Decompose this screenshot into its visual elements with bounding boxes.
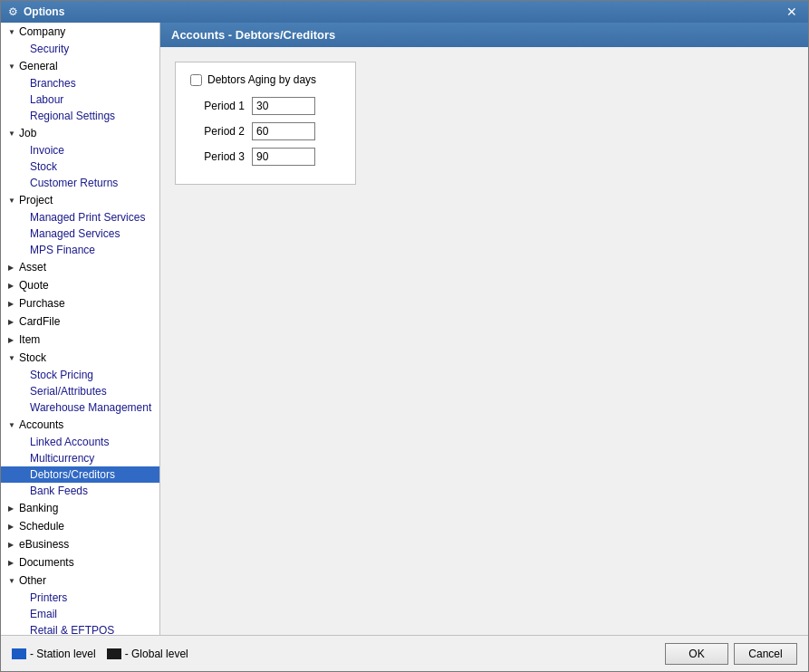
ebusiness-label: eBusiness	[19, 538, 69, 551]
title-bar-left: ⚙ Options	[8, 5, 64, 18]
sidebar-item-multicurrency[interactable]: Multicurrency	[1, 450, 159, 466]
global-level-legend: - Global level	[107, 648, 188, 660]
security-label: Security	[30, 43, 69, 55]
sidebar-item-invoice[interactable]: Invoice	[1, 142, 159, 158]
debtors-aging-checkbox[interactable]	[190, 74, 202, 86]
sidebar-item-mps-finance[interactable]: MPS Finance	[1, 242, 159, 258]
content-header: Accounts - Debtors/Creditors	[160, 23, 808, 47]
sidebar-item-ebusiness[interactable]: ▶ eBusiness	[1, 535, 159, 553]
close-button[interactable]: ✕	[783, 5, 801, 18]
sidebar-item-banking[interactable]: ▶ Banking	[1, 499, 159, 517]
chevron-down-icon: ▼	[8, 130, 17, 138]
sidebar-item-warehouse-management[interactable]: Warehouse Management	[1, 399, 159, 416]
app-icon: ⚙	[8, 5, 18, 18]
chevron-right-icon: ▶	[8, 523, 17, 531]
printers-label: Printers	[30, 591, 67, 604]
period2-input[interactable]	[252, 122, 315, 140]
window-title: Options	[24, 5, 64, 18]
cancel-button[interactable]: Cancel	[734, 643, 797, 665]
stock-label: Stock	[19, 351, 46, 364]
sidebar-item-printers[interactable]: Printers	[1, 590, 159, 606]
sidebar-item-company[interactable]: ▼ Company	[1, 23, 159, 41]
purchase-label: Purchase	[19, 297, 65, 310]
sidebar-item-general[interactable]: ▼ General	[1, 57, 159, 75]
other-label: Other	[19, 574, 46, 587]
station-level-box	[12, 648, 26, 659]
sidebar-item-stock[interactable]: ▼ Stock	[1, 349, 159, 367]
managed-print-services-label: Managed Print Services	[30, 211, 145, 224]
sidebar-item-customer-returns[interactable]: Customer Returns	[1, 175, 159, 191]
period1-row: Period 1	[190, 97, 341, 115]
stock-pricing-label: Stock Pricing	[30, 369, 93, 381]
debtors-creditors-label: Debtors/Creditors	[30, 468, 115, 481]
period1-input[interactable]	[252, 97, 315, 115]
invoice-label: Invoice	[30, 144, 64, 157]
general-label: General	[19, 60, 58, 72]
banking-label: Banking	[19, 502, 58, 514]
accounts-label: Accounts	[19, 418, 63, 431]
item-label: Item	[19, 333, 40, 346]
sidebar-item-stock-job[interactable]: Stock	[1, 158, 159, 175]
chevron-down-icon: ▼	[8, 197, 17, 205]
company-label: Company	[19, 25, 65, 38]
legend: - Station level - Global level	[12, 648, 188, 660]
options-window: ⚙ Options ✕ ▼ Company Security ▼ General…	[0, 0, 809, 672]
period3-label: Period 3	[190, 150, 245, 163]
chevron-right-icon: ▶	[8, 541, 17, 549]
sidebar-item-project[interactable]: ▼ Project	[1, 191, 159, 209]
managed-services-label: Managed Services	[30, 227, 120, 240]
project-label: Project	[19, 194, 53, 206]
period3-row: Period 3	[190, 148, 341, 166]
cardfile-label: CardFile	[19, 315, 60, 328]
customer-returns-label: Customer Returns	[30, 177, 118, 189]
debtors-aging-label: Debtors Aging by days	[207, 73, 316, 86]
chevron-right-icon: ▶	[8, 559, 17, 567]
station-level-legend: - Station level	[12, 648, 96, 660]
sidebar-item-branches[interactable]: Branches	[1, 75, 159, 91]
sidebar: ▼ Company Security ▼ General Branches La…	[1, 23, 160, 635]
chevron-down-icon: ▼	[8, 62, 17, 71]
window-body: ▼ Company Security ▼ General Branches La…	[1, 23, 808, 635]
branches-label: Branches	[30, 77, 76, 90]
sidebar-item-cardfile[interactable]: ▶ CardFile	[1, 312, 159, 331]
chevron-right-icon: ▶	[8, 336, 17, 344]
sidebar-item-managed-services[interactable]: Managed Services	[1, 226, 159, 242]
chevron-down-icon: ▼	[8, 577, 17, 585]
sidebar-item-linked-accounts[interactable]: Linked Accounts	[1, 434, 159, 450]
sidebar-item-accounts[interactable]: ▼ Accounts	[1, 416, 159, 434]
sidebar-item-managed-print-services[interactable]: Managed Print Services	[1, 209, 159, 226]
period3-input[interactable]	[252, 148, 315, 166]
sidebar-item-serial-attributes[interactable]: Serial/Attributes	[1, 383, 159, 399]
sidebar-item-email[interactable]: Email	[1, 606, 159, 622]
period2-row: Period 2	[190, 122, 341, 140]
sidebar-item-schedule[interactable]: ▶ Schedule	[1, 517, 159, 535]
sidebar-item-asset[interactable]: ▶ Asset	[1, 258, 159, 276]
sidebar-item-labour[interactable]: Labour	[1, 91, 159, 108]
sidebar-item-item[interactable]: ▶ Item	[1, 331, 159, 349]
chevron-down-icon: ▼	[8, 28, 17, 36]
sidebar-item-stock-pricing[interactable]: Stock Pricing	[1, 367, 159, 383]
documents-label: Documents	[19, 556, 74, 569]
checkbox-row: Debtors Aging by days	[190, 73, 341, 86]
sidebar-item-bank-feeds[interactable]: Bank Feeds	[1, 483, 159, 499]
sidebar-item-retail-eftpos[interactable]: Retail & EFTPOS	[1, 622, 159, 635]
chevron-down-icon: ▼	[8, 421, 17, 429]
regional-settings-label: Regional Settings	[30, 110, 115, 122]
sidebar-item-security[interactable]: Security	[1, 41, 159, 57]
sidebar-item-quote[interactable]: ▶ Quote	[1, 276, 159, 294]
stock-job-label: Stock	[30, 160, 57, 173]
ok-button[interactable]: OK	[665, 643, 728, 665]
sidebar-item-regional-settings[interactable]: Regional Settings	[1, 108, 159, 124]
labour-label: Labour	[30, 93, 63, 106]
main-content: Accounts - Debtors/Creditors Debtors Agi…	[160, 23, 808, 635]
sidebar-item-job[interactable]: ▼ Job	[1, 124, 159, 142]
chevron-right-icon: ▶	[8, 300, 17, 308]
window-footer: - Station level - Global level OK Cancel	[1, 635, 808, 671]
chevron-right-icon: ▶	[8, 318, 17, 326]
sidebar-item-documents[interactable]: ▶ Documents	[1, 553, 159, 571]
asset-label: Asset	[19, 261, 46, 274]
sidebar-item-debtors-creditors[interactable]: Debtors/Creditors	[1, 466, 159, 483]
sidebar-item-other[interactable]: ▼ Other	[1, 571, 159, 590]
retail-eftpos-label: Retail & EFTPOS	[30, 624, 114, 635]
sidebar-item-purchase[interactable]: ▶ Purchase	[1, 294, 159, 312]
